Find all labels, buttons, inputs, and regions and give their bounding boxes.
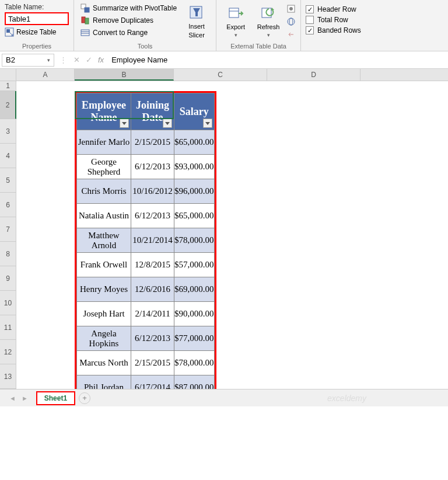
properties-icon[interactable] [286, 4, 296, 13]
table-cell[interactable]: 12/8/2015 [131, 253, 174, 277]
table-cell[interactable]: Marcus North [77, 351, 131, 375]
open-browser-icon[interactable] [286, 17, 296, 26]
dedupe-icon [80, 16, 90, 25]
group-label-tools: Tools [79, 43, 211, 50]
row-header[interactable]: 7 [0, 217, 16, 242]
table-row: Angela Hopkins6/12/2013$77,000.00 [77, 326, 215, 351]
export-icon [228, 5, 244, 22]
column-header[interactable]: A [16, 69, 75, 81]
slicer-icon [188, 5, 205, 21]
export-button[interactable]: Export ▾ [221, 3, 250, 40]
chevron-down-icon: ▾ [267, 32, 270, 38]
row-header[interactable]: 4 [0, 144, 16, 168]
table-cell[interactable]: $65,000.00 [174, 130, 215, 155]
total-row-checkbox[interactable]: Total Row [306, 16, 361, 24]
table-row: Chris Morris10/16/2012$96,000.00 [77, 179, 215, 204]
table-cell[interactable]: Angela Hopkins [77, 326, 131, 351]
svg-rect-6 [81, 30, 89, 36]
table-cell[interactable]: $96,000.00 [174, 179, 215, 204]
table-cell[interactable]: $78,000.00 [174, 351, 215, 375]
table-cell[interactable]: Jennifer Marlo [77, 130, 131, 155]
table-cell[interactable]: 2/15/2015 [131, 351, 174, 375]
table-cell[interactable]: Frank Orwell [77, 253, 131, 277]
svg-rect-5 [85, 18, 89, 24]
table-row: Natalia Austin6/12/2013$65,000.00 [77, 204, 215, 228]
table-cell[interactable]: Natalia Austin [77, 204, 131, 228]
total-row-label: Total Row [317, 16, 348, 24]
table-cell[interactable]: 6/12/2013 [131, 204, 174, 228]
table-cell[interactable]: $69,000.00 [174, 277, 215, 302]
row-header[interactable]: 5 [0, 168, 16, 193]
table-cell[interactable]: 12/6/2016 [131, 277, 174, 302]
table-cell[interactable]: $57,000.00 [174, 253, 215, 277]
select-all-corner[interactable] [0, 69, 16, 81]
insert-slicer-button[interactable]: Insert Slicer [182, 3, 211, 40]
resize-table-label: Resize Table [16, 28, 56, 36]
cancel-icon: ✕ [71, 55, 83, 64]
column-header[interactable]: D [267, 69, 360, 81]
table-header-cell[interactable]: Joining Date [131, 93, 174, 130]
banded-rows-checkbox[interactable]: ✓ Banded Rows [306, 26, 361, 34]
add-sheet-button[interactable]: + [79, 392, 90, 404]
row-header[interactable]: 11 [0, 315, 16, 340]
resize-table-button[interactable]: Resize Table [5, 27, 69, 37]
table-cell[interactable]: 10/21/2014 [131, 228, 174, 253]
nav-next-icon[interactable]: ► [22, 395, 28, 402]
table-cell[interactable]: 2/15/2015 [131, 130, 174, 155]
table-header-cell[interactable]: Salary [174, 93, 215, 130]
table-cell[interactable]: $65,000.00 [174, 204, 215, 228]
banded-rows-label: Banded Rows [317, 26, 361, 34]
svg-point-18 [289, 18, 293, 25]
sheet-tab[interactable]: Sheet1 [36, 391, 75, 405]
table-name-input[interactable] [5, 12, 69, 25]
table-cell[interactable]: 2/14/2011 [131, 302, 174, 326]
dedupe-button[interactable]: Remove Duplicates [79, 15, 178, 26]
svg-rect-3 [85, 8, 89, 12]
table-cell[interactable]: Chris Morris [77, 179, 131, 204]
filter-icon[interactable] [203, 119, 212, 128]
filter-icon[interactable] [120, 119, 129, 128]
column-header[interactable]: C [174, 69, 267, 81]
table-row: George Shepherd6/12/2013$93,000.00 [77, 155, 215, 179]
export-label: Export [226, 23, 245, 30]
convert-button[interactable]: Convert to Range [79, 27, 178, 38]
column-header[interactable]: B [75, 69, 174, 81]
table-cell[interactable]: $93,000.00 [174, 155, 215, 179]
refresh-button[interactable]: Refresh ▾ [254, 3, 283, 40]
row-header[interactable]: 3 [0, 119, 16, 144]
slicer-label-1: Insert [188, 23, 205, 30]
ribbon: Table Name: Resize Table Properties Summ… [0, 0, 448, 51]
row-header[interactable]: 9 [0, 266, 16, 291]
pivot-button[interactable]: Summarize with PivotTable [79, 3, 178, 13]
row-header[interactable]: 8 [0, 242, 16, 266]
unlink-icon[interactable] [286, 30, 296, 39]
table-cell[interactable]: George Shepherd [77, 155, 131, 179]
row-header[interactable]: 1 [0, 81, 16, 91]
table-cell[interactable]: $77,000.00 [174, 326, 215, 351]
nav-prev-icon[interactable]: ◄ [9, 395, 16, 402]
table-cell[interactable]: Joseph Hart [77, 302, 131, 326]
table-header-cell[interactable]: Employee Name [77, 93, 131, 130]
row-header[interactable]: 2 [0, 91, 16, 119]
spreadsheet-grid: A B C D 1 2 3 4 5 6 7 8 9 10 11 12 13 [0, 69, 448, 389]
svg-rect-11 [229, 8, 239, 18]
table-cell[interactable]: Matthew Arnold [77, 228, 131, 253]
table-cell[interactable]: 10/16/2012 [131, 179, 174, 204]
filter-icon[interactable] [163, 119, 172, 128]
table-cell[interactable]: $78,000.00 [174, 228, 215, 253]
table-cell[interactable]: 6/12/2013 [131, 326, 174, 351]
table-cell[interactable]: $90,000.00 [174, 302, 215, 326]
ribbon-group-external: Export ▾ Refresh ▾ External Table Data [216, 0, 301, 51]
row-header[interactable]: 13 [0, 364, 16, 389]
row-header[interactable]: 12 [0, 340, 16, 364]
table-cell[interactable]: 6/12/2013 [131, 155, 174, 179]
group-label-external: External Table Data [221, 43, 296, 50]
name-box[interactable]: B2 ▾ [2, 54, 54, 67]
table-cell[interactable]: Henry Moyes [77, 277, 131, 302]
row-header[interactable]: 10 [0, 291, 16, 315]
header-row-checkbox[interactable]: ✓ Header Row [306, 5, 361, 13]
row-headers: 1 2 3 4 5 6 7 8 9 10 11 12 13 [0, 81, 16, 389]
fx-button[interactable]: fx [95, 55, 107, 64]
formula-input[interactable] [107, 54, 448, 67]
row-header[interactable]: 6 [0, 193, 16, 217]
